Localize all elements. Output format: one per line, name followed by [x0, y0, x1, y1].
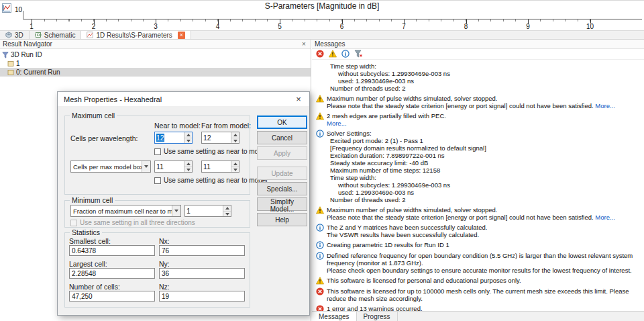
info-icon — [316, 241, 324, 249]
message-line-text: This software is licensed for personal a… — [327, 277, 521, 284]
tree-item-0-current-run[interactable]: 0: Current Run — [0, 68, 311, 77]
spin-down-icon[interactable] — [231, 138, 239, 144]
message-line-text: The Z and Y matrices have been successfu… — [327, 224, 487, 231]
filter-info-button[interactable] — [341, 50, 350, 58]
use-same-setting-checkbox-2[interactable]: Use same setting as near to model — [154, 177, 268, 184]
chevron-down-icon[interactable] — [142, 161, 150, 172]
warning-icon — [316, 112, 324, 127]
checkbox-box[interactable] — [154, 148, 161, 155]
spin-down-icon[interactable] — [223, 212, 231, 217]
panel-close-icon[interactable]: × — [300, 40, 308, 48]
ok-button[interactable]: OK — [257, 116, 307, 129]
tree-item-3d-run-id[interactable]: 3D Run ID — [0, 50, 311, 59]
message-line: Number of threads used: 2 — [327, 196, 641, 203]
box-edge-far-spinner[interactable]: 11 — [201, 160, 239, 173]
spin-up-icon[interactable] — [184, 132, 192, 138]
tree-item-1[interactable]: 1 — [0, 59, 311, 68]
spinner-buttons — [184, 132, 192, 143]
message-item: Defined reference frequency for open bou… — [316, 252, 641, 274]
run-icon — [7, 69, 14, 76]
spin-down-icon[interactable] — [184, 167, 192, 173]
message-line: Solver Settings: — [327, 130, 641, 137]
max-cell-criterion-dropdown[interactable]: Cells per max model box edge — [70, 160, 151, 173]
x-axis-tick-label: 4 — [216, 23, 220, 30]
message-line: without subcycles: 1.29930469e-003 ns — [327, 181, 641, 189]
specials-button[interactable]: Specials... — [257, 182, 307, 195]
message-line: 1 error and 13 warnings occurred. — [327, 305, 641, 311]
cells-per-wavelength-far-spinner[interactable]: 12 — [201, 132, 239, 144]
cancel-button[interactable]: Cancel — [257, 131, 307, 144]
simplify-model-button[interactable]: Simplify Model... — [257, 197, 307, 211]
more-link[interactable]: More... — [594, 214, 615, 221]
spin-down-icon[interactable] — [184, 138, 192, 144]
ny-field[interactable] — [159, 268, 245, 279]
info-icon — [316, 252, 324, 274]
message-line-text: Time step width: — [330, 174, 376, 181]
x-axis-tick-label: 9 — [526, 23, 530, 30]
chevron-down-icon[interactable] — [172, 205, 180, 216]
message-text: This software is licensed for up to 1000… — [327, 287, 641, 302]
maximum-cell-group: Maximum cell Near to model: Far from mod… — [64, 116, 250, 195]
checkbox-box[interactable] — [154, 177, 161, 184]
number-of-cells-field[interactable] — [69, 291, 155, 302]
message-list: Time step width:without subcycles: 1.299… — [312, 60, 644, 311]
more-link[interactable]: More... — [327, 120, 347, 127]
message-line-text: without subcycles: 1.29930469e-003 ns — [338, 70, 450, 77]
tree-item-label: 1 — [16, 60, 20, 67]
spin-up-icon[interactable] — [231, 161, 239, 167]
checkbox-label: Use same setting as near to model — [164, 148, 268, 155]
spinner-text: 11 — [203, 163, 211, 171]
largest-cell-label: Largest cell: — [69, 260, 107, 268]
spin-down-icon[interactable] — [231, 167, 239, 173]
spin-up-icon[interactable] — [231, 132, 239, 138]
message-filter-button[interactable] — [354, 50, 363, 58]
tab-schematic[interactable]: Schematic — [30, 31, 82, 39]
message-line-text: Excited port mode: 2 (1) - Pass 1 — [330, 137, 423, 144]
message-line-text: Please note that the steady state criter… — [327, 102, 594, 109]
message-line: Please check open boundary settings to e… — [327, 267, 641, 274]
use-same-setting-checkbox-1[interactable]: Use same setting as near to model — [154, 148, 268, 155]
more-link[interactable]: More... — [594, 102, 615, 109]
message-line: Time step width: — [327, 174, 641, 181]
message-line: [Frequency domain results normalized to … — [327, 144, 641, 152]
tab-3d[interactable]: 3D — [0, 31, 30, 39]
nz-field[interactable] — [159, 291, 245, 302]
tab-close-icon[interactable]: × — [178, 32, 185, 39]
schematic-icon — [35, 32, 42, 38]
spin-up-icon[interactable] — [223, 205, 231, 212]
tab-1d-results-s-parameters[interactable]: 1D Results\S-Parameters× — [81, 31, 191, 39]
message-line: This software is licensed for personal a… — [327, 277, 641, 284]
error-icon — [316, 305, 324, 311]
message-line-text: without subcycles: 1.29930469e-003 ns — [338, 181, 450, 189]
message-text: Time step width:without subcycles: 1.299… — [327, 62, 641, 92]
message-line: More... — [327, 120, 641, 127]
filter-errors-button[interactable] — [316, 50, 325, 58]
message-line-text: Maximum number of pulse widths simulated… — [327, 95, 498, 102]
message-line: This software is licensed for up to 1000… — [327, 287, 641, 302]
message-text: Defined reference frequency for open bou… — [327, 252, 641, 274]
messages-toolbar — [312, 49, 644, 60]
box-edge-near-spinner[interactable]: 11 — [154, 160, 193, 173]
largest-cell-field[interactable] — [69, 268, 155, 279]
dialog-close-icon[interactable]: × — [294, 94, 303, 104]
cells-per-wavelength-near-spinner[interactable]: 12 — [154, 132, 193, 144]
nx-field[interactable] — [159, 245, 245, 256]
spinner-value: 12 — [155, 132, 184, 143]
near-to-model-column-label: Near to model: — [154, 122, 201, 130]
message-line-text: Number of threads used: 2 — [330, 85, 405, 92]
smallest-cell-field[interactable] — [69, 245, 155, 256]
filter-warnings-button[interactable] — [329, 50, 337, 58]
fraction-value-spinner[interactable]: 1 — [184, 205, 231, 217]
result-navigator-header: Result Navigator × — [0, 40, 311, 49]
spinner-value: 1 — [185, 205, 223, 216]
message-text: Maximum number of pulse widths simulated… — [327, 95, 641, 109]
message-item: The Z and Y matrices have been successfu… — [316, 224, 641, 238]
message-line-text: Please check open boundary settings to e… — [327, 267, 632, 274]
x-axis-tick-label: 5 — [278, 23, 282, 30]
dialog-titlebar[interactable]: Mesh Properties - Hexahedral × — [58, 92, 309, 106]
help-button[interactable]: Help — [257, 213, 307, 226]
spin-up-icon[interactable] — [184, 161, 192, 167]
min-cell-criterion-dropdown[interactable]: Fraction of maximum cell near to model — [70, 205, 181, 217]
messages-tab[interactable]: Messages — [312, 312, 357, 321]
progress-tab[interactable]: Progress — [357, 312, 398, 321]
